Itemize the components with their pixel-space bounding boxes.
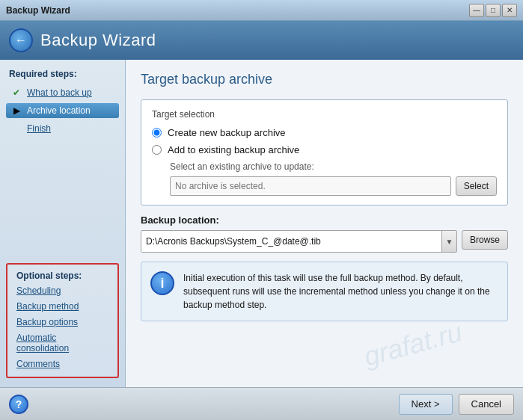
target-selection-title: Target selection xyxy=(152,109,497,120)
dropdown-arrow-icon[interactable]: ▼ xyxy=(441,231,456,252)
required-steps-title: Required steps: xyxy=(6,69,119,79)
blank-icon xyxy=(10,123,22,134)
content-area: Target backup archive Target selection C… xyxy=(126,60,523,387)
backup-location-label: Backup location: xyxy=(141,214,508,226)
backup-location-input[interactable] xyxy=(141,231,441,252)
close-button[interactable]: ✕ xyxy=(502,4,517,17)
next-button[interactable]: Next > xyxy=(399,394,453,415)
optional-items: Scheduling Backup method Backup options … xyxy=(13,284,111,371)
optional-section: Optional steps: Scheduling Backup method… xyxy=(6,263,119,378)
sidebar-item-label: Finish xyxy=(27,123,51,134)
sidebar-item-finish[interactable]: Finish xyxy=(6,121,119,136)
main-layout: Required steps: ✔ What to back up ▶ Arch… xyxy=(0,60,523,387)
back-button[interactable]: ← xyxy=(9,28,33,52)
arrow-icon: ▶ xyxy=(10,105,22,116)
window-title: Backup Wizard xyxy=(6,5,469,16)
info-text: Initial execution of this task will use … xyxy=(183,271,498,312)
add-existing-radio[interactable] xyxy=(152,145,162,155)
sidebar-item-comments[interactable]: Comments xyxy=(13,357,111,371)
footer-left: ? xyxy=(9,395,28,414)
backup-location-input-row: ▼ Browse xyxy=(141,230,508,253)
sidebar-item-backup-options[interactable]: Backup options xyxy=(13,315,111,329)
sidebar: Required steps: ✔ What to back up ▶ Arch… xyxy=(0,60,126,387)
app-header: ← Backup Wizard xyxy=(0,21,523,60)
select-button[interactable]: Select xyxy=(456,176,497,196)
title-bar: Backup Wizard — □ ✕ xyxy=(0,0,523,21)
archive-input-row: Select xyxy=(170,176,497,196)
create-new-radio-option[interactable]: Create new backup archive xyxy=(152,127,497,138)
sidebar-item-what-to-back-up[interactable]: ✔ What to back up xyxy=(6,85,119,100)
info-box: i Initial execution of this task will us… xyxy=(141,262,508,321)
sidebar-item-backup-method[interactable]: Backup method xyxy=(13,300,111,313)
archive-input[interactable] xyxy=(170,176,451,196)
minimize-button[interactable]: — xyxy=(469,4,484,17)
footer-right: Next > Cancel xyxy=(399,394,514,415)
footer: ? Next > Cancel xyxy=(0,387,523,420)
sidebar-item-archive-location[interactable]: ▶ Archive location xyxy=(6,103,119,118)
title-bar-buttons: — □ ✕ xyxy=(469,4,517,17)
app-title: Backup Wizard xyxy=(40,31,156,50)
help-button[interactable]: ? xyxy=(9,395,28,414)
location-input-wrapper: ▼ xyxy=(141,230,457,253)
check-icon: ✔ xyxy=(10,87,22,98)
sidebar-item-label: Archive location xyxy=(27,105,91,116)
optional-steps-title: Optional steps: xyxy=(13,271,111,281)
info-icon: i xyxy=(150,271,174,295)
sidebar-item-label: What to back up xyxy=(27,87,92,98)
add-existing-label: Add to existing backup archive xyxy=(168,144,299,155)
sidebar-item-scheduling[interactable]: Scheduling xyxy=(13,284,111,297)
add-existing-radio-option[interactable]: Add to existing backup archive xyxy=(152,144,497,155)
create-new-label: Create new backup archive xyxy=(168,127,286,138)
target-selection-group: Target selection Create new backup archi… xyxy=(141,99,508,206)
browse-button[interactable]: Browse xyxy=(462,230,508,250)
page-title: Target backup archive xyxy=(141,72,508,87)
create-new-radio[interactable] xyxy=(152,128,162,138)
cancel-button[interactable]: Cancel xyxy=(459,394,514,415)
sidebar-item-auto-consolidation[interactable]: Automatic consolidation xyxy=(13,331,111,355)
backup-location-section: Backup location: ▼ Browse xyxy=(141,214,508,253)
maximize-button[interactable]: □ xyxy=(486,4,501,17)
archive-sub-label: Select an existing archive to update: xyxy=(170,161,497,172)
